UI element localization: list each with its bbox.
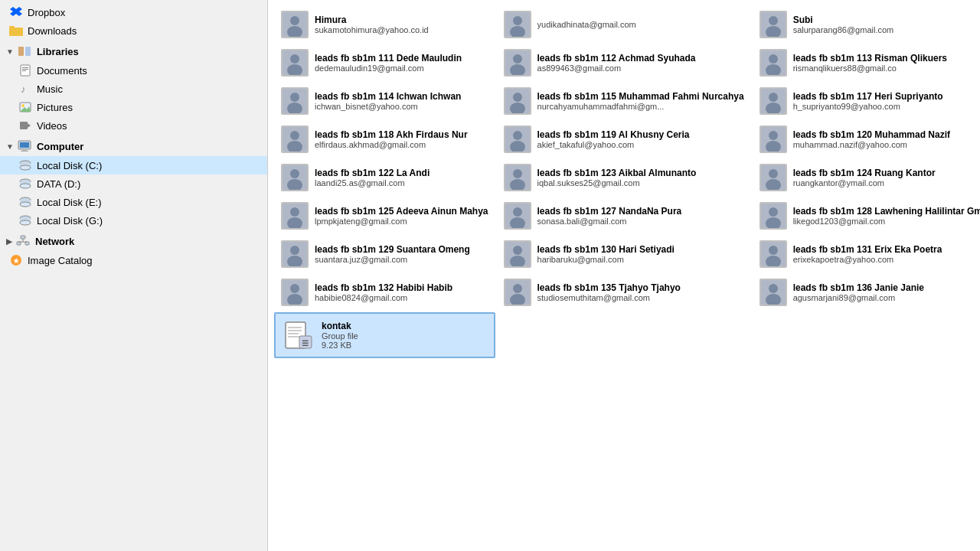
sidebar-item-dropbox[interactable]: Dropbox xyxy=(0,3,267,21)
contact-item[interactable]: leads fb sb1m 136 Janie Janieagusmarjani… xyxy=(753,274,980,311)
contact-email: sonasa.bali@gmail.com xyxy=(537,217,682,226)
contact-avatar xyxy=(504,164,531,191)
svg-rect-3 xyxy=(18,47,24,56)
contact-avatar xyxy=(281,11,309,38)
contact-email: yudikadhinata@gmail.com xyxy=(537,20,636,29)
contact-name: leads fb sb1m 129 Suantara Omeng xyxy=(315,244,470,255)
svg-point-85 xyxy=(290,207,299,217)
sidebar-item-documents[interactable]: Documents xyxy=(0,61,267,80)
contact-item[interactable]: leads fb sb1m 120 Muhammad Nazifmuhammad… xyxy=(753,121,980,158)
sidebar-item-videos[interactable]: Videos xyxy=(0,116,267,135)
sidebar-section-libraries[interactable]: ▼ Libraries xyxy=(0,40,267,61)
contact-item[interactable]: leads fb sb1m 132 Habibi Habibhabibie082… xyxy=(274,274,495,311)
svg-point-24 xyxy=(20,184,31,188)
contact-name: leads fb sb1m 136 Janie Janie xyxy=(793,282,924,293)
contact-email: sukamotohimura@yahoo.co.id xyxy=(315,25,429,34)
contact-item[interactable]: leads fb sb1m 112 Achmad Syuhadaas899463… xyxy=(497,44,751,81)
contact-avatar xyxy=(760,164,787,191)
contact-name: leads fb sb1m 119 Al Khusny Ceria xyxy=(537,129,690,140)
contact-item[interactable]: leads fb sb1m 119 Al Khusny Ceriaakief_t… xyxy=(497,121,751,158)
sidebar-item-local-disk-g[interactable]: Local Disk (G:) xyxy=(0,211,267,230)
sidebar-item-music[interactable]: ♪ Music xyxy=(0,80,267,98)
local-disk-g-label: Local Disk (G:) xyxy=(37,215,103,227)
contact-item[interactable]: leads fb sb1m 125 Adeeva Ainun Mahyalpmp… xyxy=(274,197,495,234)
contact-email: rismanqlikuers88@gmail.co xyxy=(793,64,947,73)
contact-email: suantara.juz@gmail.com xyxy=(315,255,470,264)
pictures-label: Pictures xyxy=(37,102,73,113)
contact-email: laandi25.as@gmail.com xyxy=(315,178,430,187)
contact-item[interactable]: leads fb sb1m 117 Heri Supriyantoh_supri… xyxy=(753,83,980,119)
contact-avatar xyxy=(504,49,531,77)
svg-rect-6 xyxy=(22,67,28,68)
contact-avatar xyxy=(760,202,787,230)
contact-item[interactable]: leads fb sb1m 115 Muhammad Fahmi Nurcahy… xyxy=(497,83,751,119)
contact-item[interactable]: leads fb sb1m 127 NandaNa Purasonasa.bal… xyxy=(497,197,751,234)
local-disk-c-label: Local Disk (C:) xyxy=(37,160,102,171)
pictures-icon xyxy=(18,100,32,114)
contact-name: leads fb sb1m 118 Akh Firdaus Nur xyxy=(315,129,468,140)
contact-item[interactable]: leads fb sb1m 128 Lawhening Halilintar G… xyxy=(753,197,980,234)
contact-avatar xyxy=(760,49,787,77)
kontak-file-item[interactable]: ☰ kontakGroup file9.23 KB xyxy=(274,312,495,358)
sidebar-item-data-d[interactable]: DATA (D:) xyxy=(0,174,267,193)
svg-point-100 xyxy=(769,246,778,255)
contact-name: leads fb sb1m 122 La Andi xyxy=(315,168,430,178)
contact-avatar xyxy=(760,11,787,38)
contact-item[interactable]: leads fb sb1m 122 La Andilaandi25.as@gma… xyxy=(274,159,495,196)
contact-email: studiosemuthitam@gmail.com xyxy=(537,293,681,302)
svg-point-70 xyxy=(513,131,522,140)
contact-item[interactable]: leads fb sb1m 135 Tjahyo Tjahyostudiosem… xyxy=(497,274,751,311)
contact-name: leads fb sb1m 114 Ichwan Ichwan xyxy=(315,91,461,102)
contact-name: leads fb sb1m 130 Hari Setiyadi xyxy=(537,244,675,255)
contact-name: leads fb sb1m 111 Dede Mauludin xyxy=(315,53,462,64)
contact-item[interactable]: leads fb sb1m 113 Risman Qlikuersrismanq… xyxy=(753,44,980,81)
svg-rect-13 xyxy=(20,122,28,129)
svg-point-109 xyxy=(769,284,778,293)
contact-item[interactable]: leads fb sb1m 124 Ruang Kantorruangkanto… xyxy=(753,159,980,196)
svg-point-52 xyxy=(513,54,522,64)
contact-item[interactable]: leads fb sb1m 111 Dede Mauludindedemaulu… xyxy=(274,44,495,81)
svg-rect-114 xyxy=(288,333,299,334)
sidebar-item-pictures[interactable]: Pictures xyxy=(0,98,267,116)
contact-item[interactable]: leads fb sb1m 118 Akh Firdaus Nurelfirda… xyxy=(274,121,495,158)
sidebar-item-local-disk-e[interactable]: Local Disk (E:) xyxy=(0,193,267,211)
contact-name: Subi xyxy=(793,15,894,25)
contact-item[interactable]: leads fb sb1m 114 Ichwan Ichwanichwan_bi… xyxy=(274,83,495,119)
contact-item[interactable]: yudikadhinata@gmail.com xyxy=(497,6,751,43)
svg-point-94 xyxy=(290,246,299,255)
contact-item[interactable]: leads fb sb1m 130 Hari Setiyadiharibaruk… xyxy=(497,236,751,272)
contact-avatar xyxy=(281,49,309,77)
contact-email: likegod1203@gmail.com xyxy=(793,217,980,226)
contact-item[interactable]: Subisalurparang86@gmail.com xyxy=(753,6,980,43)
contact-name: Himura xyxy=(315,15,429,25)
contact-email: as899463@gmail.com xyxy=(537,64,696,73)
svg-point-91 xyxy=(769,207,778,217)
contact-item[interactable]: leads fb sb1m 123 Aikbal Almunantoiqbal.… xyxy=(497,159,751,196)
videos-icon xyxy=(18,119,32,132)
contacts-grid: Himurasukamotohimura@yahoo.co.id yudikad… xyxy=(274,6,974,358)
disk-c-icon xyxy=(18,158,32,172)
contact-item[interactable]: leads fb sb1m 131 Erix Eka Poetraerixeka… xyxy=(753,236,980,272)
svg-rect-8 xyxy=(22,70,26,71)
file-icon: ☰ xyxy=(283,320,314,350)
contact-avatar xyxy=(760,87,787,115)
contact-avatar xyxy=(504,11,531,38)
contact-email: muhammad.nazif@yahoo.com xyxy=(793,140,950,149)
svg-point-67 xyxy=(290,131,299,140)
sidebar-section-network[interactable]: ▶ Network xyxy=(0,230,267,251)
contact-name: leads fb sb1m 125 Adeeva Ainun Mahya xyxy=(315,206,488,217)
sidebar-item-image-catalog[interactable]: ★ Image Catalog xyxy=(0,251,267,269)
contact-avatar xyxy=(281,202,309,230)
contact-email: haribaruku@gmail.com xyxy=(537,255,675,264)
contact-item[interactable]: leads fb sb1m 129 Suantara Omengsuantara… xyxy=(274,236,495,272)
sidebar-item-downloads[interactable]: Downloads xyxy=(0,21,267,40)
contact-email: salurparang86@gmail.com xyxy=(793,25,894,34)
contact-name: leads fb sb1m 132 Habibi Habib xyxy=(315,282,452,293)
computer-icon xyxy=(17,139,32,154)
image-catalog-icon: ★ xyxy=(9,253,23,267)
contact-email: ichwan_bisnet@yahoo.com xyxy=(315,102,461,111)
sidebar-item-local-disk-c[interactable]: Local Disk (C:) xyxy=(0,156,267,174)
svg-point-55 xyxy=(769,54,778,64)
sidebar-section-computer[interactable]: ▼ Computer xyxy=(0,135,267,156)
contact-item[interactable]: Himurasukamotohimura@yahoo.co.id xyxy=(274,6,495,43)
